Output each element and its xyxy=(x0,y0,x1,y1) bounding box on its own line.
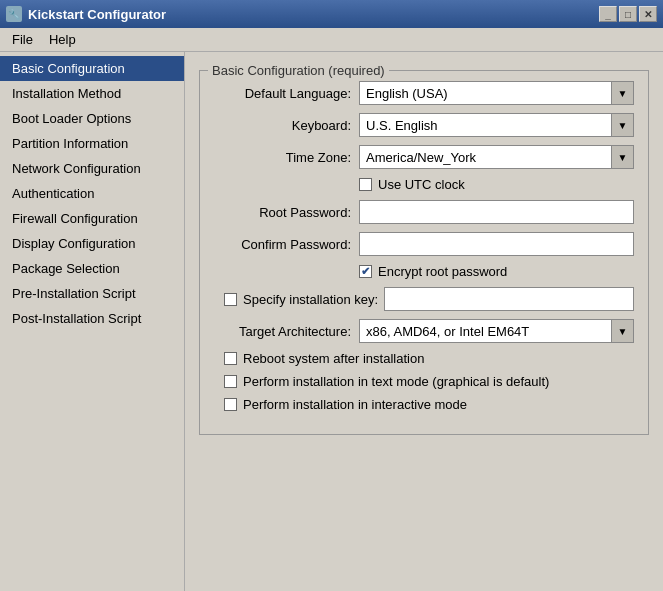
target-arch-row: Target Architecture: x86, AMD64, or Inte… xyxy=(214,319,634,343)
sidebar-item-boot-loader[interactable]: Boot Loader Options xyxy=(0,106,184,131)
default-language-row: Default Language: English (USA) ▼ xyxy=(214,81,634,105)
reboot-row: Reboot system after installation xyxy=(214,351,634,366)
titlebar-title: Kickstart Configurator xyxy=(28,7,166,22)
menu-help[interactable]: Help xyxy=(41,30,84,49)
interactive-label: Perform installation in interactive mode xyxy=(243,397,467,412)
target-arch-arrow[interactable]: ▼ xyxy=(611,320,633,342)
default-language-value: English (USA) xyxy=(360,86,611,101)
sidebar-item-post-script[interactable]: Post-Installation Script xyxy=(0,306,184,331)
sidebar-item-basic[interactable]: Basic Configuration xyxy=(0,56,184,81)
menubar: File Help xyxy=(0,28,663,52)
target-arch-label: Target Architecture: xyxy=(214,324,359,339)
titlebar-left: 🔧 Kickstart Configurator xyxy=(6,6,166,22)
close-button[interactable]: ✕ xyxy=(639,6,657,22)
sidebar-item-packages[interactable]: Package Selection xyxy=(0,256,184,281)
utc-checkbox[interactable] xyxy=(359,178,372,191)
sidebar-item-display[interactable]: Display Configuration xyxy=(0,231,184,256)
main-layout: Basic Configuration Installation Method … xyxy=(0,52,663,591)
keyboard-arrow[interactable]: ▼ xyxy=(611,114,633,136)
keyboard-value: U.S. English xyxy=(360,118,611,133)
text-mode-label: Perform installation in text mode (graph… xyxy=(243,374,549,389)
target-arch-value: x86, AMD64, or Intel EM64T xyxy=(360,324,611,339)
confirm-password-label: Confirm Password: xyxy=(214,237,359,252)
timezone-dropdown[interactable]: America/New_York ▼ xyxy=(359,145,634,169)
target-arch-dropdown[interactable]: x86, AMD64, or Intel EM64T ▼ xyxy=(359,319,634,343)
sidebar-item-network[interactable]: Network Configuration xyxy=(0,156,184,181)
confirm-password-input[interactable] xyxy=(359,232,634,256)
root-password-row: Root Password: xyxy=(214,200,634,224)
keyboard-label: Keyboard: xyxy=(214,118,359,133)
specify-key-checkbox[interactable] xyxy=(224,293,237,306)
app-icon: 🔧 xyxy=(6,6,22,22)
keyboard-row: Keyboard: U.S. English ▼ xyxy=(214,113,634,137)
target-arch-wrap: x86, AMD64, or Intel EM64T ▼ xyxy=(359,319,634,343)
sidebar: Basic Configuration Installation Method … xyxy=(0,52,185,591)
timezone-arrow[interactable]: ▼ xyxy=(611,146,633,168)
default-language-wrap: English (USA) ▼ xyxy=(359,81,634,105)
text-mode-row: Perform installation in text mode (graph… xyxy=(214,374,634,389)
interactive-checkbox[interactable] xyxy=(224,398,237,411)
root-password-input[interactable] xyxy=(359,200,634,224)
sidebar-item-firewall[interactable]: Firewall Configuration xyxy=(0,206,184,231)
reboot-label: Reboot system after installation xyxy=(243,351,424,366)
keyboard-wrap: U.S. English ▼ xyxy=(359,113,634,137)
encrypt-checkbox[interactable]: ✔ xyxy=(359,265,372,278)
root-password-label: Root Password: xyxy=(214,205,359,220)
maximize-button[interactable]: □ xyxy=(619,6,637,22)
sidebar-item-auth[interactable]: Authentication xyxy=(0,181,184,206)
default-language-arrow[interactable]: ▼ xyxy=(611,82,633,104)
groupbox-title: Basic Configuration (required) xyxy=(208,63,389,78)
default-language-label: Default Language: xyxy=(214,86,359,101)
timezone-row: Time Zone: America/New_York ▼ xyxy=(214,145,634,169)
text-mode-checkbox[interactable] xyxy=(224,375,237,388)
reboot-checkbox[interactable] xyxy=(224,352,237,365)
utc-label: Use UTC clock xyxy=(378,177,465,192)
content-area: Basic Configuration (required) Default L… xyxy=(185,52,663,591)
specify-key-input[interactable] xyxy=(384,287,634,311)
titlebar-buttons: _ □ ✕ xyxy=(599,6,657,22)
encrypt-label: Encrypt root password xyxy=(378,264,507,279)
minimize-button[interactable]: _ xyxy=(599,6,617,22)
specify-key-row: Specify installation key: xyxy=(214,287,634,311)
utc-row: Use UTC clock xyxy=(214,177,634,192)
keyboard-dropdown[interactable]: U.S. English ▼ xyxy=(359,113,634,137)
specify-key-label: Specify installation key: xyxy=(243,292,378,307)
sidebar-item-pre-script[interactable]: Pre-Installation Script xyxy=(0,281,184,306)
basic-config-group: Basic Configuration (required) Default L… xyxy=(199,70,649,435)
interactive-row: Perform installation in interactive mode xyxy=(214,397,634,412)
sidebar-item-install-method[interactable]: Installation Method xyxy=(0,81,184,106)
timezone-wrap: America/New_York ▼ xyxy=(359,145,634,169)
confirm-password-wrap xyxy=(359,232,634,256)
confirm-password-row: Confirm Password: xyxy=(214,232,634,256)
timezone-label: Time Zone: xyxy=(214,150,359,165)
root-password-wrap xyxy=(359,200,634,224)
titlebar: 🔧 Kickstart Configurator _ □ ✕ xyxy=(0,0,663,28)
default-language-dropdown[interactable]: English (USA) ▼ xyxy=(359,81,634,105)
timezone-value: America/New_York xyxy=(360,150,611,165)
encrypt-row: ✔ Encrypt root password xyxy=(214,264,634,279)
menu-file[interactable]: File xyxy=(4,30,41,49)
sidebar-item-partition[interactable]: Partition Information xyxy=(0,131,184,156)
encrypt-checkmark: ✔ xyxy=(361,265,370,278)
